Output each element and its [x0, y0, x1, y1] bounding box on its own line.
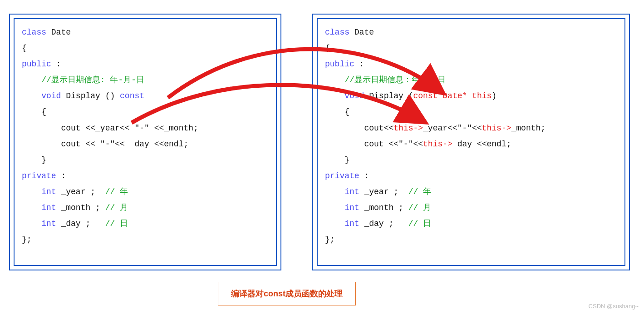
kw-const: const: [115, 91, 144, 100]
comment-display: //显示日期信息：年-月-日: [344, 75, 446, 85]
right-code-inner: class Date { public : //显示日期信息：年-月-日 voi…: [317, 18, 625, 266]
caption-text: 编译器对const成员函数的处理: [231, 289, 343, 298]
right-code-panel: class Date { public : //显示日期信息：年-月-日 voi…: [312, 14, 630, 270]
left-code-panel: class Date { public : //显示日期信息: 年-月-日 vo…: [9, 14, 281, 270]
comment-display: //显示日期信息: 年-月-日: [41, 75, 144, 85]
kw-private: private: [325, 171, 359, 180]
kw-void: void: [344, 91, 364, 100]
kw-class: class: [325, 28, 349, 37]
this-param: const Date* this: [413, 91, 492, 100]
left-code-block: class Date { public : //显示日期信息: 年-月-日 vo…: [22, 25, 269, 248]
right-code-block: class Date { public : //显示日期信息：年-月-日 voi…: [325, 25, 617, 248]
diagram-stage: class Date { public : //显示日期信息: 年-月-日 vo…: [0, 0, 644, 315]
caption-box: 编译器对const成员函数的处理: [218, 282, 356, 305]
kw-private: private: [22, 171, 56, 180]
left-code-inner: class Date { public : //显示日期信息: 年-月-日 vo…: [14, 18, 277, 266]
kw-public: public: [22, 60, 51, 69]
kw-void: void: [41, 91, 61, 100]
kw-class: class: [22, 28, 46, 37]
watermark: CSDN @sushang~: [589, 301, 639, 312]
kw-public: public: [325, 60, 354, 69]
